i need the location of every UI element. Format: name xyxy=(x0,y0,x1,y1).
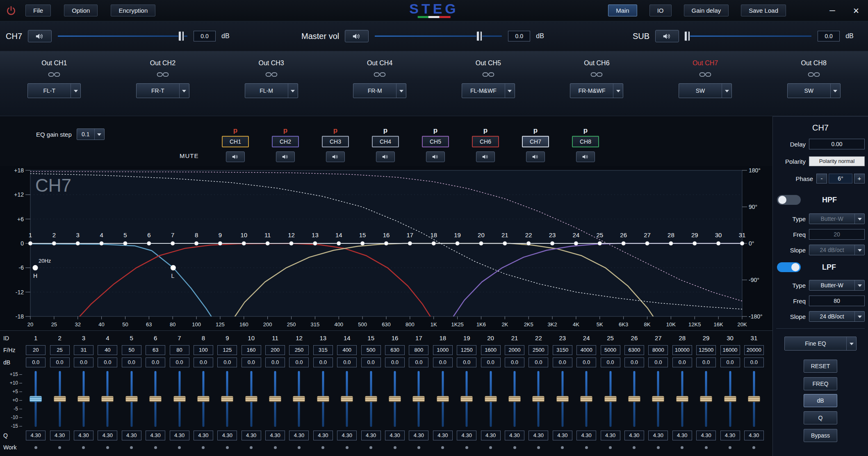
eq-band-point[interactable] xyxy=(28,241,32,245)
band-gain-input[interactable]: 0.0 xyxy=(648,357,668,367)
band-q-input[interactable]: 4.30 xyxy=(122,431,141,440)
band-freq-input[interactable]: 2500 xyxy=(529,345,548,355)
channel-button-ch1[interactable]: CH1 xyxy=(222,136,249,147)
band-gain-input[interactable]: 0.0 xyxy=(672,357,692,367)
master-volume-value[interactable]: 0.0 xyxy=(508,31,530,41)
delay-input[interactable]: 0.00 xyxy=(809,139,865,149)
band-gain-input[interactable]: 0.0 xyxy=(98,357,117,367)
channel-link-button[interactable] xyxy=(156,71,170,78)
eq-band-point[interactable] xyxy=(171,241,175,245)
band-freq-input[interactable]: 40 xyxy=(98,345,117,355)
band-gain-slider[interactable] xyxy=(551,369,574,429)
band-q-input[interactable]: 4.30 xyxy=(241,431,261,440)
channel-link-button[interactable] xyxy=(590,71,604,78)
band-q-input[interactable]: 4.30 xyxy=(385,431,405,440)
hpf-handle[interactable] xyxy=(33,265,38,270)
band-freq-input[interactable]: 160 xyxy=(241,345,261,355)
band-freq-input[interactable]: 31 xyxy=(74,345,93,355)
band-work-cell[interactable] xyxy=(120,442,144,453)
channel-volume-slider[interactable] xyxy=(57,30,188,42)
band-slider-handle[interactable] xyxy=(580,396,592,402)
band-gain-input[interactable]: 0.0 xyxy=(361,357,381,367)
eq-band-point[interactable] xyxy=(100,241,104,245)
band-q-input[interactable]: 4.30 xyxy=(289,431,309,440)
eq-band-point[interactable] xyxy=(218,241,222,245)
band-freq-input[interactable]: 500 xyxy=(361,345,381,355)
band-gain-slider[interactable] xyxy=(526,369,550,429)
band-q-input[interactable]: 4.30 xyxy=(624,431,644,440)
eq-band-point[interactable] xyxy=(645,241,649,245)
band-slider-handle[interactable] xyxy=(293,396,305,402)
band-work-cell[interactable] xyxy=(598,442,622,453)
band-freq-input[interactable]: 200 xyxy=(265,345,285,355)
band-gain-input[interactable]: 0.0 xyxy=(576,357,596,367)
band-slider-handle[interactable] xyxy=(532,396,544,402)
power-button[interactable] xyxy=(5,5,17,17)
eq-band-point[interactable] xyxy=(289,241,294,245)
band-q-input[interactable]: 4.30 xyxy=(529,431,548,440)
menu-file[interactable]: File xyxy=(25,5,51,16)
eq-graph[interactable]: CH7+18+12+60-6-12-18180°90°0°-90°-180°20… xyxy=(0,166,772,330)
band-gain-slider[interactable] xyxy=(144,369,167,429)
band-gain-slider[interactable] xyxy=(622,369,646,429)
eq-freq-button[interactable]: FREQ xyxy=(804,377,837,390)
master-speaker-button[interactable] xyxy=(345,30,369,42)
band-freq-input[interactable]: 10000 xyxy=(672,345,692,355)
band-freq-input[interactable]: 20 xyxy=(26,345,46,355)
band-slider-handle[interactable] xyxy=(149,396,162,402)
band-gain-slider[interactable] xyxy=(694,369,718,429)
band-gain-input[interactable]: 0.0 xyxy=(50,357,70,367)
slider-handle[interactable] xyxy=(684,31,690,41)
band-slider-handle[interactable] xyxy=(652,396,664,402)
channel-link-button[interactable] xyxy=(698,71,712,78)
band-q-input[interactable]: 4.30 xyxy=(696,431,716,440)
band-slider-handle[interactable] xyxy=(365,396,377,402)
band-gain-input[interactable]: 0.0 xyxy=(313,357,333,367)
band-q-input[interactable]: 4.30 xyxy=(265,431,285,440)
band-work-cell[interactable] xyxy=(718,442,742,453)
channel-link-button[interactable] xyxy=(47,71,61,78)
band-gain-input[interactable]: 0.0 xyxy=(241,357,261,367)
eq-band-point[interactable] xyxy=(242,241,246,245)
band-work-cell[interactable] xyxy=(96,442,119,453)
band-work-cell[interactable] xyxy=(383,442,407,453)
channel-button-ch2[interactable]: CH2 xyxy=(272,136,299,147)
band-work-cell[interactable] xyxy=(503,442,526,453)
band-work-cell[interactable] xyxy=(311,442,335,453)
band-q-input[interactable]: 4.30 xyxy=(457,431,476,440)
channel-speaker-button[interactable] xyxy=(28,30,52,42)
eq-q-button[interactable]: Q xyxy=(804,411,837,424)
band-gain-input[interactable]: 0.0 xyxy=(481,357,501,367)
band-freq-input[interactable]: 1000 xyxy=(433,345,453,355)
channel-link-button[interactable] xyxy=(481,71,495,78)
eq-band-point[interactable] xyxy=(313,241,317,245)
band-gain-slider[interactable] xyxy=(239,369,263,429)
band-work-cell[interactable] xyxy=(742,442,766,453)
mute-ch3-button[interactable] xyxy=(326,151,345,162)
nav-gain-delay[interactable]: Gain delay xyxy=(684,5,729,16)
eq-band-point[interactable] xyxy=(574,241,578,245)
band-gain-slider[interactable] xyxy=(455,369,478,429)
band-slider-handle[interactable] xyxy=(77,396,90,402)
menu-option[interactable]: Option xyxy=(64,5,98,16)
nav-save-load[interactable]: Save Load xyxy=(741,5,786,16)
band-q-input[interactable]: 4.30 xyxy=(601,431,620,440)
phase-minus-button[interactable]: - xyxy=(816,174,827,183)
band-q-input[interactable]: 4.30 xyxy=(361,431,381,440)
band-work-cell[interactable] xyxy=(574,442,598,453)
band-slider-handle[interactable] xyxy=(460,396,473,402)
band-gain-slider[interactable] xyxy=(383,369,407,429)
band-work-cell[interactable] xyxy=(263,442,287,453)
band-q-input[interactable]: 4.30 xyxy=(744,431,764,440)
band-gain-slider[interactable] xyxy=(191,369,215,429)
band-gain-input[interactable]: 0.0 xyxy=(505,357,524,367)
eq-mode-select[interactable]: Fine EQ xyxy=(784,337,857,351)
band-slider-handle[interactable] xyxy=(389,396,401,402)
band-gain-input[interactable]: 0.0 xyxy=(529,357,548,367)
band-work-cell[interactable] xyxy=(335,442,359,453)
close-button[interactable]: ✕ xyxy=(844,0,868,21)
band-freq-input[interactable]: 16000 xyxy=(720,345,740,355)
hpf-toggle[interactable] xyxy=(777,195,801,205)
eq-band-point[interactable] xyxy=(266,241,270,245)
lpf-handle[interactable] xyxy=(171,265,176,270)
